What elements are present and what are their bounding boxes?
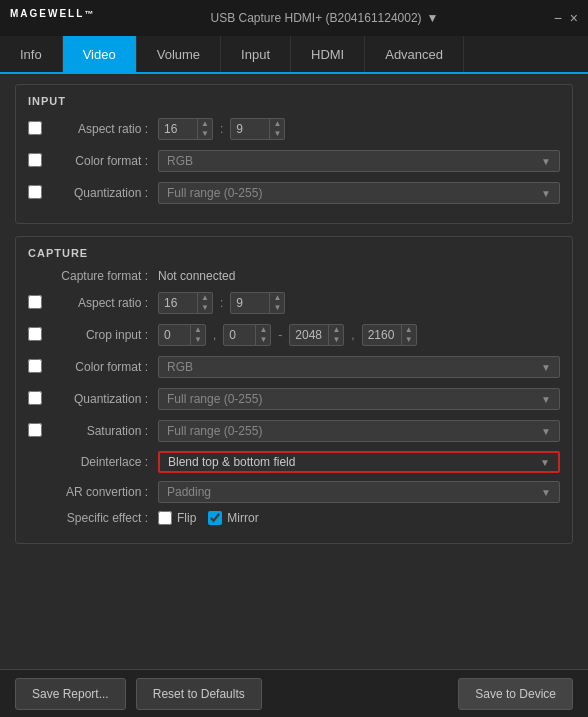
tab-info[interactable]: Info [0, 36, 63, 72]
capture-saturation-checkbox-container [28, 423, 48, 440]
input-quantization-checkbox[interactable] [28, 185, 42, 199]
capture-aspect-height-arrows[interactable]: ▲ ▼ [269, 293, 284, 313]
tab-input[interactable]: Input [221, 36, 291, 72]
capture-color-format-checkbox[interactable] [28, 359, 42, 373]
capture-aspect-ratio-label: Aspect ratio : [48, 296, 158, 310]
capture-color-format-text: RGB [167, 360, 541, 374]
capture-saturation-checkbox[interactable] [28, 423, 42, 437]
deinterlace-dropdown[interactable]: Blend top & bottom field ▼ [158, 451, 560, 473]
specific-effect-controls: Flip Mirror [158, 511, 560, 525]
capture-quantization-checkbox-container [28, 391, 48, 408]
app-logo: MAGEWELL™ [10, 8, 95, 27]
capture-aspect-height-down[interactable]: ▼ [270, 303, 284, 313]
tab-volume[interactable]: Volume [137, 36, 221, 72]
crop-val1-arrows[interactable]: ▲ ▼ [190, 325, 205, 345]
minimize-button[interactable]: − [554, 10, 562, 26]
deinterlace-text: Blend top & bottom field [168, 455, 540, 469]
input-aspect-height-spinbox[interactable]: 9 ▲ ▼ [230, 118, 285, 140]
crop-input-row: Crop input : 0 ▲ ▼ , 0 ▲ [28, 323, 560, 347]
crop-input-checkbox[interactable] [28, 327, 42, 341]
input-aspect-height-arrows[interactable]: ▲ ▼ [269, 119, 284, 139]
crop-input-label: Crop input : [48, 328, 158, 342]
crop-val4-arrows[interactable]: ▲ ▼ [401, 325, 416, 345]
capture-quantization-dropdown[interactable]: Full range (0-255) ▼ [158, 388, 560, 410]
capture-aspect-ratio-row: Aspect ratio : 16 ▲ ▼ : 9 ▲ [28, 291, 560, 315]
input-aspect-ratio-checkbox-container [28, 121, 48, 138]
input-aspect-height-up[interactable]: ▲ [270, 119, 284, 129]
input-aspect-height-down[interactable]: ▼ [270, 129, 284, 139]
device-name: USB Capture HDMI+ (B204161124002) ▼ [210, 11, 438, 25]
input-aspect-height-val: 9 [231, 122, 269, 136]
save-to-device-button[interactable]: Save to Device [458, 678, 573, 710]
tab-hdmi[interactable]: HDMI [291, 36, 365, 72]
input-aspect-width-val: 16 [159, 122, 197, 136]
capture-aspect-width-arrows[interactable]: ▲ ▼ [197, 293, 212, 313]
tab-video[interactable]: Video [63, 36, 137, 72]
ar-conversion-label: AR convertion : [28, 485, 158, 499]
capture-saturation-text: Full range (0-255) [167, 424, 541, 438]
ar-conversion-dropdown[interactable]: Padding ▼ [158, 481, 560, 503]
crop-val1-spinbox[interactable]: 0 ▲ ▼ [158, 324, 206, 346]
input-aspect-width-up[interactable]: ▲ [198, 119, 212, 129]
mirror-label: Mirror [227, 511, 258, 525]
input-section-title: INPUT [28, 95, 560, 107]
capture-aspect-ratio-checkbox-container [28, 295, 48, 312]
crop-val3-up[interactable]: ▲ [329, 325, 343, 335]
input-aspect-spinbox-pair: 16 ▲ ▼ : 9 ▲ ▼ [158, 118, 560, 140]
mirror-checkbox[interactable] [208, 511, 222, 525]
input-color-format-value: RGB ▼ [158, 150, 560, 172]
capture-aspect-width-spinbox[interactable]: 16 ▲ ▼ [158, 292, 213, 314]
crop-val4-spinbox[interactable]: 2160 ▲ ▼ [362, 324, 417, 346]
input-color-format-checkbox[interactable] [28, 153, 42, 167]
crop-val2-down[interactable]: ▼ [256, 335, 270, 345]
capture-aspect-width-down[interactable]: ▼ [198, 303, 212, 313]
tab-advanced[interactable]: Advanced [365, 36, 464, 72]
close-button[interactable]: × [570, 10, 578, 26]
input-color-format-label: Color format : [48, 154, 158, 168]
capture-aspect-width-val: 16 [159, 296, 197, 310]
crop-input-value: 0 ▲ ▼ , 0 ▲ ▼ - [158, 324, 560, 346]
deinterlace-value-container: Blend top & bottom field ▼ [158, 451, 560, 473]
capture-aspect-height-up[interactable]: ▲ [270, 293, 284, 303]
capture-aspect-height-spinbox[interactable]: 9 ▲ ▼ [230, 292, 285, 314]
crop-val3-arrows[interactable]: ▲ ▼ [328, 325, 343, 345]
capture-aspect-width-up[interactable]: ▲ [198, 293, 212, 303]
crop-val2-arrows[interactable]: ▲ ▼ [255, 325, 270, 345]
capture-saturation-row: Saturation : Full range (0-255) ▼ [28, 419, 560, 443]
flip-checkbox[interactable] [158, 511, 172, 525]
input-color-format-dropdown[interactable]: RGB ▼ [158, 150, 560, 172]
input-aspect-ratio-label: Aspect ratio : [48, 122, 158, 136]
capture-saturation-dropdown[interactable]: Full range (0-255) ▼ [158, 420, 560, 442]
flip-item: Flip [158, 511, 196, 525]
input-quantization-dropdown[interactable]: Full range (0-255) ▼ [158, 182, 560, 204]
capture-color-format-dropdown[interactable]: RGB ▼ [158, 356, 560, 378]
crop-val3-down[interactable]: ▼ [329, 335, 343, 345]
deinterlace-row: Deinterlace : Blend top & bottom field ▼ [28, 451, 560, 473]
crop-val3: 2048 [290, 328, 328, 342]
input-quantization-arrow: ▼ [541, 188, 551, 199]
crop-val1-up[interactable]: ▲ [191, 325, 205, 335]
crop-val4-up[interactable]: ▲ [402, 325, 416, 335]
save-report-button[interactable]: Save Report... [15, 678, 126, 710]
input-aspect-width-spinbox[interactable]: 16 ▲ ▼ [158, 118, 213, 140]
aspect-colon: : [218, 122, 225, 136]
crop-val2-spinbox[interactable]: 0 ▲ ▼ [223, 324, 271, 346]
input-aspect-width-arrows[interactable]: ▲ ▼ [197, 119, 212, 139]
reset-defaults-button[interactable]: Reset to Defaults [136, 678, 262, 710]
crop-val2-up[interactable]: ▲ [256, 325, 270, 335]
input-aspect-ratio-row: Aspect ratio : 16 ▲ ▼ : 9 ▲ [28, 117, 560, 141]
capture-quantization-arrow: ▼ [541, 394, 551, 405]
input-aspect-width-down[interactable]: ▼ [198, 129, 212, 139]
ar-conversion-value-container: Padding ▼ [158, 481, 560, 503]
crop-val4-down[interactable]: ▼ [402, 335, 416, 345]
crop-val3-spinbox[interactable]: 2048 ▲ ▼ [289, 324, 344, 346]
mirror-item: Mirror [208, 511, 258, 525]
input-aspect-ratio-checkbox[interactable] [28, 121, 42, 135]
crop-val1-down[interactable]: ▼ [191, 335, 205, 345]
effect-row: Flip Mirror [158, 511, 560, 525]
capture-quantization-checkbox[interactable] [28, 391, 42, 405]
input-aspect-ratio-value: 16 ▲ ▼ : 9 ▲ ▼ [158, 118, 560, 140]
ar-conversion-arrow: ▼ [541, 487, 551, 498]
device-dropdown-icon[interactable]: ▼ [427, 11, 439, 25]
capture-aspect-ratio-checkbox[interactable] [28, 295, 42, 309]
